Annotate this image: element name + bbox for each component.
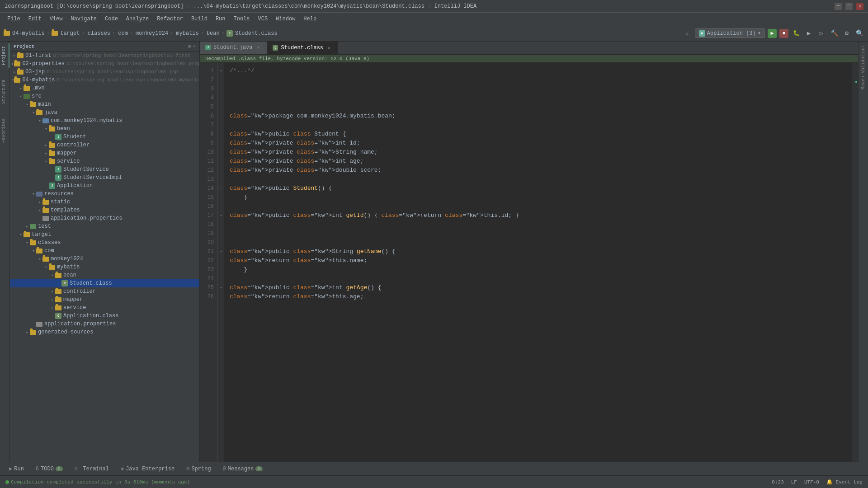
bc-target[interactable]: target xyxy=(52,30,80,37)
bottom-tab-run[interactable]: ▶Run xyxy=(4,464,29,474)
tree-item-src[interactable]: src xyxy=(10,92,199,100)
fold-btn-8[interactable]: − xyxy=(219,132,223,137)
code-line-8[interactable]: class="kw">public class Student { xyxy=(230,130,846,139)
chevron-open[interactable] xyxy=(31,110,36,115)
search-everywhere[interactable]: 🔍 xyxy=(854,28,864,38)
run-button[interactable]: ▶ xyxy=(768,29,777,38)
chevron-closed[interactable] xyxy=(24,224,30,229)
tree-item-main[interactable]: main xyxy=(10,100,199,108)
fold-marker-14[interactable]: − xyxy=(218,184,224,193)
chevron-closed[interactable] xyxy=(24,330,30,335)
bc-classes[interactable]: classes xyxy=(87,30,110,37)
code-line-9[interactable]: class="kw">private class="kw">int id; xyxy=(230,139,846,148)
collapse-all-icon[interactable]: ≡ xyxy=(193,43,196,49)
tree-item-service-t[interactable]: service xyxy=(10,304,199,312)
event-log-button[interactable]: 🔔 Event Log xyxy=(826,479,863,485)
code-line-23[interactable]: } xyxy=(230,265,846,274)
tree-item-studentserviceimpl[interactable]: JStudentServiceImpl xyxy=(10,174,199,182)
tab-student-class[interactable]: C Student.class ✕ xyxy=(267,42,338,54)
code-line-21[interactable]: class="kw">public class="kw">String getN… xyxy=(230,247,846,256)
maximize-button[interactable]: □ xyxy=(845,3,853,10)
fold-marker-17[interactable]: + xyxy=(218,211,224,220)
close-student-java[interactable]: ✕ xyxy=(255,44,261,51)
bc-monkey1024[interactable]: monkey1024 xyxy=(135,30,168,37)
menu-item-file[interactable]: File xyxy=(4,14,24,24)
fold-marker-21[interactable]: − xyxy=(218,247,224,256)
stop-button[interactable]: ■ xyxy=(779,29,788,38)
bc-mybatis[interactable]: mybatis xyxy=(175,30,198,37)
tree-item-application-t[interactable]: CApplication.class xyxy=(10,312,199,320)
chevron-open[interactable] xyxy=(37,257,42,262)
tab-student-java[interactable]: J Student.java ✕ xyxy=(200,42,267,54)
maven-validation-label[interactable]: Maven Validation xyxy=(859,43,867,92)
code-line-25[interactable]: class="kw">public class="kw">int getAge(… xyxy=(230,283,846,292)
close-button[interactable]: ✕ xyxy=(856,3,863,10)
code-line-3[interactable] xyxy=(230,84,846,94)
chevron-closed[interactable] xyxy=(37,200,42,205)
chevron-open[interactable] xyxy=(43,265,49,270)
menu-item-run[interactable]: Run xyxy=(212,14,229,24)
code-line-7[interactable] xyxy=(230,121,846,130)
tree-item-controller[interactable]: controller xyxy=(10,141,199,149)
tree-item-generated[interactable]: generated-sources xyxy=(10,328,199,336)
tree-item-appprops-t[interactable]: application.properties xyxy=(10,320,199,328)
tree-item-bean-src[interactable]: bean xyxy=(10,125,199,133)
minimize-button[interactable]: ─ xyxy=(835,3,842,10)
chevron-closed[interactable] xyxy=(37,208,42,213)
code-line-14[interactable]: class="kw">public Student() { xyxy=(230,184,846,193)
tree-item-com[interactable]: com xyxy=(10,247,199,255)
code-line-16[interactable] xyxy=(230,202,846,211)
tree-item-controller-t[interactable]: controller xyxy=(10,287,199,296)
chevron-open[interactable] xyxy=(31,192,36,197)
chevron-open[interactable] xyxy=(37,118,42,123)
tree-item-04-mybatis[interactable]: 04-mybatisD:\course\spring boot\learnspr… xyxy=(10,76,199,84)
chevron-open[interactable] xyxy=(24,240,30,245)
tree-item-02-props[interactable]: 02-propertiesD:\course\spring boot\learn… xyxy=(10,60,199,68)
chevron-open[interactable] xyxy=(43,159,49,164)
build-button[interactable]: 🔨 xyxy=(829,28,839,38)
code-line-6[interactable]: class="kw">package com.monkey1024.mybati… xyxy=(230,112,846,121)
breadcrumb-04mybatis[interactable]: 04-mybatis xyxy=(4,30,45,37)
code-line-18[interactable] xyxy=(230,220,846,229)
tree-item-application-src[interactable]: JApplication xyxy=(10,182,199,190)
chevron-closed[interactable] xyxy=(43,151,49,156)
structure-tab[interactable]: Structure xyxy=(0,77,9,107)
code-scroll[interactable]: 1234567891011121314151617181920212223242… xyxy=(200,63,858,462)
menu-item-refactor[interactable]: Refactor xyxy=(153,14,187,24)
tree-item-student-class[interactable]: CStudent.class xyxy=(10,279,199,287)
project-panel-tab[interactable]: Project xyxy=(0,43,9,68)
chevron-closed[interactable] xyxy=(12,70,17,75)
tree-item-service[interactable]: service xyxy=(10,157,199,165)
code-line-24[interactable] xyxy=(230,274,846,283)
chevron-closed[interactable] xyxy=(50,289,55,294)
code-content[interactable]: /*...*/ class="kw">package com.monkey102… xyxy=(224,63,852,462)
chevron-open[interactable] xyxy=(18,94,24,99)
code-line-11[interactable]: class="kw">private class="kw">int age; xyxy=(230,157,846,166)
tree-item-mybatis-t[interactable]: mybatis xyxy=(10,263,199,271)
chevron-closed[interactable] xyxy=(43,143,49,148)
tree-item-target[interactable]: target xyxy=(10,230,199,239)
tree-item-java[interactable]: java xyxy=(10,108,199,117)
debug-button[interactable]: 🐛 xyxy=(791,28,801,38)
chevron-closed[interactable] xyxy=(18,86,24,91)
bottom-tab-spring[interactable]: ⌘Spring xyxy=(181,464,216,474)
bc-bean[interactable]: bean xyxy=(206,30,220,37)
settings-icon[interactable]: ⚙ xyxy=(188,43,191,49)
bc-student-class[interactable]: C Student.class xyxy=(226,30,278,37)
menu-item-build[interactable]: Build xyxy=(188,14,211,24)
code-line-4[interactable] xyxy=(230,94,846,103)
favorites-tab[interactable]: Favorites xyxy=(0,116,9,145)
bottom-tab-java-enterprise[interactable]: ◈Java Enterprise xyxy=(115,464,180,474)
tree-item-03-jsp[interactable]: 03-jspD:\course\spring boot\learnspringb… xyxy=(10,68,199,76)
coverage-button[interactable]: ▶ xyxy=(804,28,814,38)
fold-marker-8[interactable]: − xyxy=(218,130,224,139)
menu-item-edit[interactable]: Edit xyxy=(25,14,45,24)
run-configuration[interactable]: A Application (3) ▾ xyxy=(695,28,765,38)
profiler-button[interactable]: ▷ xyxy=(816,28,826,38)
tree-item-mapper-t[interactable]: mapper xyxy=(10,296,199,304)
code-line-20[interactable] xyxy=(230,238,846,247)
bc-com[interactable]: com xyxy=(117,30,128,37)
chevron-closed[interactable] xyxy=(12,53,17,58)
code-line-22[interactable]: class="kw">return class="kw">this.name; xyxy=(230,256,846,265)
bottom-tab-messages[interactable]: 0Messages0 xyxy=(217,464,269,474)
